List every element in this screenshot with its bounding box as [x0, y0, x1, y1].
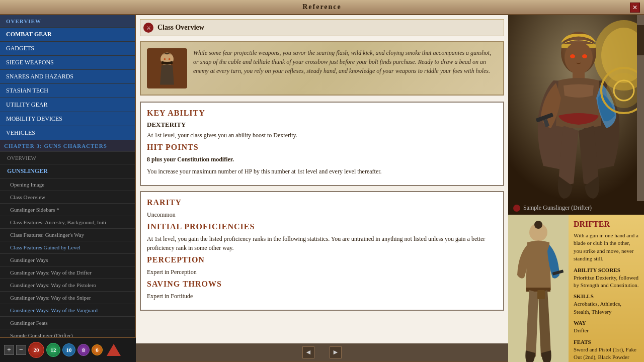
- close-button[interactable]: ✕: [630, 3, 640, 13]
- drifter-svg: [508, 215, 569, 362]
- scroll-thumb[interactable]: [637, 25, 644, 55]
- rarity-title: RARITY: [147, 198, 497, 207]
- svg-point-10: [570, 54, 575, 58]
- sample-header-text: Sample Gunslinger (Drifter): [523, 204, 592, 212]
- nav-prev[interactable]: ◄: [302, 346, 314, 358]
- sidebar-item-class-overview[interactable]: Class Overview: [0, 191, 135, 204]
- right-panel: Sample Gunslinger (Drifter): [508, 15, 644, 362]
- nav-next[interactable]: ►: [330, 346, 342, 358]
- sidebar-item-siege-weapons[interactable]: SIEGE WEAPONS: [0, 56, 135, 70]
- way-label: WAY: [574, 320, 639, 326]
- svg-point-2: [164, 58, 166, 60]
- content-area: ⚔ Class Overview: [136, 15, 508, 343]
- sidebar-item-way-vanguard[interactable]: Gunslinger Ways: Way of the Vanguard: [0, 304, 135, 317]
- roll-indicator[interactable]: [107, 344, 121, 356]
- svg-point-14: [606, 73, 641, 108]
- portrait-svg: [148, 48, 186, 88]
- hero-portrait: [147, 48, 187, 88]
- feats-label: FEATS: [574, 339, 639, 345]
- hit-points-description: You increase your maximum number of HP b…: [147, 167, 497, 176]
- ability-scores-label: ABILITY SCORES: [574, 267, 639, 273]
- feats-text: Sword and Pistol (1st), Fake Out (2nd), …: [574, 346, 639, 362]
- svg-rect-23: [537, 290, 545, 299]
- character-art-svg: [508, 15, 644, 201]
- window-title: Reference: [302, 3, 342, 11]
- sidebar-item-mobility-devices[interactable]: MOBILITY DEVICES: [0, 112, 135, 126]
- character-art: [508, 15, 644, 201]
- sidebar-item-way-pistolero[interactable]: Gunslinger Ways: Way of the Pistolero: [0, 279, 135, 292]
- rarity-value: Uncommon: [147, 210, 497, 219]
- sidebar-item-class-features-gunslingers-way[interactable]: Class Features: Gunslinger's Way: [0, 229, 135, 241]
- sidebar-item-utility-gear[interactable]: UTILITY GEAR: [0, 98, 135, 112]
- key-ability-description: At 1st level, your class gives you an ab…: [147, 131, 497, 140]
- rarity-section: RARITY Uncommon INITIAL PROFICIENCIES At…: [140, 191, 504, 311]
- drifter-panel: DRIFTER With a gun in one hand and a bla…: [508, 215, 644, 362]
- sidebar-section-chapter3: CHAPTER 3: GUNS CHARACTERS: [0, 140, 135, 152]
- svg-point-3: [169, 58, 171, 60]
- hit-points-title: HIT POINTS: [147, 143, 497, 152]
- sidebar-item-gadgets[interactable]: GADGETS: [0, 42, 135, 56]
- key-ability-name: DEXTERITY: [147, 121, 497, 129]
- bottom-toolbar: + − 20 12 10 8 6: [0, 337, 136, 362]
- skills-label: SKILLS: [574, 293, 639, 299]
- right-top-art: [508, 15, 644, 201]
- initial-proficiencies-title: INITIAL PROFICIENCIES: [147, 222, 497, 231]
- hero-section: While some fear projectile weapons, you …: [140, 41, 504, 96]
- sample-header-icon: [513, 205, 520, 212]
- ability-scores-text: Prioritize Dexterity, followed by Streng…: [574, 274, 639, 290]
- sidebar-item-gunslinger-ways[interactable]: Gunslinger Ways: [0, 254, 135, 266]
- key-ability-section: KEY ABILITY DEXTERITY At 1st level, your…: [140, 102, 504, 186]
- drifter-art: [508, 215, 569, 362]
- svg-point-9: [565, 42, 593, 74]
- title-bar: Reference ✕: [0, 0, 644, 15]
- sidebar-item-overview2[interactable]: OVERVIEW: [0, 152, 135, 164]
- key-ability-title: KEY ABILITY: [147, 109, 497, 118]
- class-overview-header: ⚔ Class Overview: [140, 19, 504, 36]
- perception-value: Expert in Perception: [147, 267, 497, 277]
- nav-arrows: ◄ ►: [136, 343, 508, 362]
- drifter-title: DRIFTER: [574, 220, 639, 229]
- sidebar-item-overview[interactable]: OVERVIEW: [0, 15, 135, 28]
- class-icon: ⚔: [143, 23, 153, 33]
- sidebar-item-snares-hazards[interactable]: SNARES AND HAZARDS: [0, 70, 135, 84]
- sidebar-item-class-features-ancestry[interactable]: Class Features: Ancestry, Background, In…: [0, 216, 135, 229]
- sidebar-item-gunslinger[interactable]: GUNSLINGER: [0, 164, 135, 178]
- minus-button[interactable]: −: [16, 345, 26, 355]
- skills-text: Acrobatics, Athletics, Stealth, Thievery: [574, 300, 639, 316]
- drifter-info: DRIFTER With a gun in one hand and a bla…: [569, 215, 644, 362]
- d8-dice[interactable]: 8: [77, 344, 90, 356]
- sidebar: OVERVIEW COMBAT GEAR GADGETS SIEGE WEAPO…: [0, 15, 136, 362]
- svg-point-11: [582, 54, 587, 58]
- saving-throws-value: Expert in Fortitude: [147, 292, 497, 301]
- sidebar-item-stasian-tech[interactable]: STASIAN TECH: [0, 84, 135, 98]
- sidebar-item-opening-image[interactable]: Opening Image: [0, 178, 135, 191]
- main-container: OVERVIEW COMBAT GEAR GADGETS SIEGE WEAPO…: [0, 15, 644, 362]
- sidebar-item-combat-gear[interactable]: COMBAT GEAR: [0, 28, 135, 42]
- sidebar-item-gunslinger-feats[interactable]: Gunslinger Feats: [0, 317, 135, 329]
- hero-text: While some fear projectile weapons, you …: [193, 48, 497, 75]
- right-scrollbar[interactable]: [637, 15, 644, 201]
- sidebar-item-vehicles[interactable]: VEHICLES: [0, 126, 135, 140]
- class-overview-title: Class Overview: [157, 24, 204, 32]
- way-text: Drifter: [574, 327, 639, 334]
- svg-point-20: [534, 221, 542, 229]
- d20-dice[interactable]: 20: [28, 342, 44, 358]
- d12-dice[interactable]: 12: [46, 343, 60, 357]
- perception-title: PERCEPTION: [147, 255, 497, 264]
- saving-throws-title: SAVING THROWS: [147, 280, 497, 289]
- hit-points-bold: 8 plus your Constitution modifier.: [147, 155, 497, 164]
- center-panel: ⚔ Class Overview: [136, 15, 508, 362]
- sidebar-item-way-sniper[interactable]: Gunslinger Ways: Way of the Sniper: [0, 292, 135, 304]
- drifter-description: With a gun in one hand and a blade or cl…: [574, 232, 639, 263]
- sidebar-item-gunslinger-sidebars[interactable]: Gunslinger Sidebars *: [0, 204, 135, 216]
- sample-gunslinger-header: Sample Gunslinger (Drifter): [508, 201, 644, 215]
- add-button[interactable]: +: [4, 345, 14, 355]
- d10-dice[interactable]: 10: [62, 343, 75, 356]
- initial-proficiencies-description: At 1st level, you gain the listed profic…: [147, 234, 497, 252]
- sidebar-item-way-drifter[interactable]: Gunslinger Ways: Way of the Drifter: [0, 266, 135, 279]
- sidebar-item-class-features-gained[interactable]: Class Features Gained by Level: [0, 241, 135, 254]
- d6-dice[interactable]: 6: [92, 344, 103, 355]
